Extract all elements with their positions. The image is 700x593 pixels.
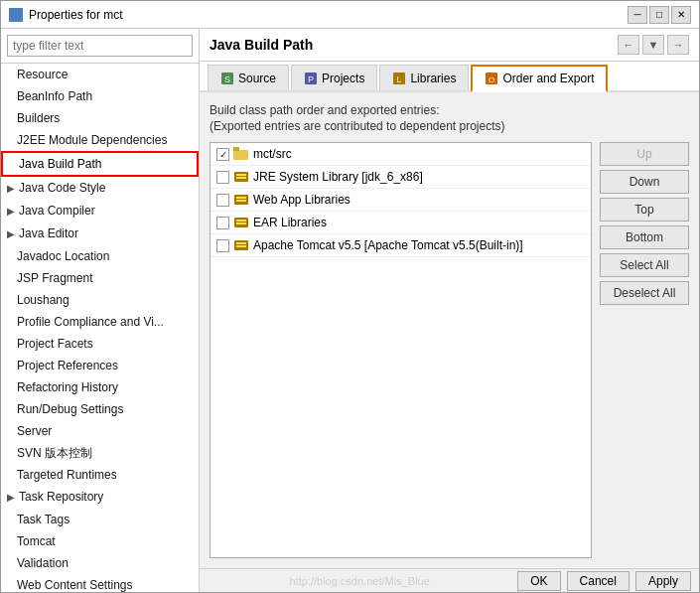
entry-checkbox-0[interactable] (216, 148, 229, 161)
tabs-row: S Source P Projects L Librari (200, 62, 699, 92)
top-button[interactable]: Top (600, 198, 689, 222)
entry-label-4: Apache Tomcat v5.5 [Apache Tomcat v5.5(B… (253, 238, 523, 252)
description: Build class path order and exported entr… (210, 102, 689, 134)
expand-arrow: ▶ (7, 180, 17, 198)
select-all-button[interactable]: Select All (600, 253, 689, 277)
library-icon-2 (233, 192, 249, 208)
tab-order-export[interactable]: O Order and Export (471, 65, 608, 92)
svg-rect-21 (236, 242, 246, 244)
cancel-button[interactable]: Cancel (567, 571, 630, 591)
close-button[interactable]: ✕ (671, 6, 691, 24)
tab-source[interactable]: S Source (208, 65, 289, 90)
nav-dropdown-button[interactable]: ▼ (642, 35, 664, 55)
entry-label-0: mct/src (253, 147, 292, 161)
entry-checkbox-3[interactable] (216, 217, 229, 229)
sidebar-item-tomcat[interactable]: Tomcat (1, 530, 199, 552)
expand-arrow: ▶ (7, 203, 17, 221)
sidebar-item-builders[interactable]: Builders (1, 107, 199, 129)
sidebar-item-targeted-runtimes[interactable]: Targeted Runtimes (1, 464, 199, 486)
entry-mct-src[interactable]: mct/src (210, 143, 591, 166)
sidebar-item-beaninfo[interactable]: BeanInfo Path (1, 85, 199, 107)
entry-webapp-libs[interactable]: Web App Libraries (210, 189, 591, 212)
entry-tomcat[interactable]: Apache Tomcat v5.5 [Apache Tomcat v5.5(B… (210, 234, 591, 257)
sidebar-item-java-build-path[interactable]: Java Build Path (1, 151, 199, 177)
entry-checkbox-2[interactable] (216, 194, 229, 207)
build-path-area: mct/src JRE (210, 142, 689, 558)
panel-title: Java Build Path (210, 37, 313, 53)
title-bar: Properties for mct ─ □ ✕ (1, 1, 699, 29)
svg-rect-19 (236, 222, 246, 224)
folder-icon (233, 146, 249, 162)
search-input[interactable] (7, 35, 193, 57)
svg-rect-18 (236, 220, 246, 222)
sidebar-item-task-repository[interactable]: ▶Task Repository (1, 486, 199, 509)
projects-tab-icon: P (304, 72, 318, 85)
library-icon-1 (233, 169, 249, 185)
apply-button[interactable]: Apply (635, 571, 691, 591)
nav-back-button[interactable]: ← (618, 35, 639, 55)
sidebar-item-profile-compliance[interactable]: Profile Compliance and Vi... (1, 311, 199, 333)
deselect-all-button[interactable]: Deselect All (600, 281, 689, 305)
library-icon-4 (233, 237, 249, 253)
down-button[interactable]: Down (600, 170, 689, 194)
sidebar-item-server[interactable]: Server (1, 420, 199, 442)
sidebar-item-run-debug[interactable]: Run/Debug Settings (1, 398, 199, 420)
sidebar-item-validation[interactable]: Validation (1, 552, 199, 574)
ok-button[interactable]: OK (517, 571, 560, 591)
nav-forward-button[interactable]: → (667, 35, 689, 55)
svg-text:O: O (489, 75, 494, 84)
entries-list: mct/src JRE (210, 142, 592, 558)
title-bar-buttons: ─ □ ✕ (628, 6, 691, 24)
search-box (1, 29, 199, 64)
sidebar-item-j2ee[interactable]: J2EE Module Dependencies (1, 129, 199, 151)
sidebar-item-resource[interactable]: Resource (1, 64, 199, 85)
up-button[interactable]: Up (600, 142, 689, 166)
tab-projects[interactable]: P Projects (291, 65, 377, 90)
svg-rect-16 (236, 200, 246, 202)
source-tab-icon: S (220, 72, 234, 85)
svg-rect-22 (236, 245, 246, 247)
sidebar-item-loushang[interactable]: Loushang (1, 289, 199, 311)
entry-label-2: Web App Libraries (253, 193, 350, 207)
right-panel: Java Build Path ← ▼ → S Source (200, 29, 699, 592)
sidebar-item-svn[interactable]: SVN 版本控制 (1, 442, 199, 464)
tree-panel: Resource BeanInfo Path Builders J2EE Mod… (1, 64, 199, 592)
bottom-bar: http://blog.csdn.net/Mis_Blue OK Cancel … (200, 568, 699, 592)
order-tab-icon: O (485, 72, 498, 85)
sidebar-item-project-facets[interactable]: Project Facets (1, 333, 199, 355)
watermark-text: http://blog.csdn.net/Mis_Blue (208, 575, 511, 587)
sidebar-item-web-content[interactable]: Web Content Settings (1, 574, 199, 592)
sidebar-item-java-editor[interactable]: ▶Java Editor (1, 222, 199, 245)
entry-ear-libs[interactable]: EAR Libraries (210, 212, 591, 234)
action-buttons: Up Down Top Bottom Select All Deselect A… (600, 142, 689, 558)
svg-rect-12 (236, 174, 246, 176)
sidebar-item-java-compiler[interactable]: ▶Java Compiler (1, 200, 199, 222)
svg-rect-15 (236, 197, 246, 199)
entry-label-1: JRE System Library [jdk_6_x86] (253, 170, 423, 184)
tab-libraries[interactable]: L Libraries (379, 65, 469, 90)
panel-body: Build class path order and exported entr… (200, 92, 699, 568)
svg-rect-10 (233, 147, 239, 151)
entry-jre[interactable]: JRE System Library [jdk_6_x86] (210, 166, 591, 189)
svg-text:P: P (308, 74, 314, 84)
svg-rect-13 (236, 177, 246, 179)
bottom-button[interactable]: Bottom (600, 225, 689, 249)
sidebar-item-refactoring[interactable]: Refactoring History (1, 376, 199, 398)
window-title: Properties for mct (29, 8, 123, 22)
sidebar-item-project-references[interactable]: Project References (1, 355, 199, 376)
entry-checkbox-4[interactable] (216, 239, 229, 252)
expand-arrow: ▶ (7, 225, 17, 243)
minimize-button[interactable]: ─ (628, 6, 647, 24)
libraries-tab-icon: L (392, 72, 406, 85)
window-icon (9, 8, 23, 22)
sidebar-item-java-code-style[interactable]: ▶Java Code Style (1, 177, 199, 200)
nav-buttons: ← ▼ → (618, 35, 689, 55)
entry-checkbox-1[interactable] (216, 171, 229, 184)
sidebar-item-jsp-fragment[interactable]: JSP Fragment (1, 267, 199, 289)
expand-arrow: ▶ (7, 489, 17, 507)
sidebar-item-javadoc[interactable]: Javadoc Location (1, 245, 199, 267)
maximize-button[interactable]: □ (649, 6, 669, 24)
panel-header: Java Build Path ← ▼ → (200, 29, 699, 62)
library-icon-3 (233, 215, 249, 230)
sidebar-item-task-tags[interactable]: Task Tags (1, 509, 199, 530)
